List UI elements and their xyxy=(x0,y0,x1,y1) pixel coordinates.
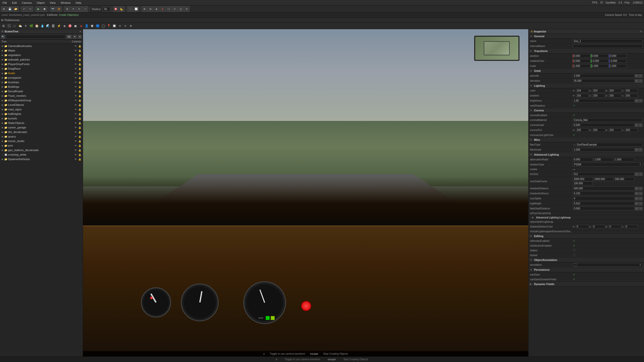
play-btn[interactable]: ▶ xyxy=(36,6,41,12)
render-enabled-check[interactable]: ✓ xyxy=(573,239,575,243)
lock-icon[interactable]: 🔒 xyxy=(78,95,82,97)
eye-icon[interactable]: 👁 xyxy=(74,113,78,115)
shadow-darker-g[interactable] xyxy=(593,225,605,229)
sec-btn-11[interactable]: ⚡ xyxy=(56,23,61,28)
tint-b[interactable] xyxy=(609,128,621,132)
tree-list[interactable]: ▶ 📁 CameraBookmarks 👁 🔒 ▶ 📁 Water 👁 🔒 ▶ … xyxy=(0,44,83,356)
tex-size-plus[interactable]: + xyxy=(635,172,638,176)
settings-btn[interactable]: ⚙ xyxy=(78,35,82,39)
color-g[interactable] xyxy=(593,89,605,93)
flare-scale-plus[interactable]: + xyxy=(635,148,638,152)
can-save-dynamic-check[interactable]: ✓ xyxy=(573,278,575,281)
eye-icon[interactable]: 👁 xyxy=(74,58,78,61)
sec-btn-12[interactable]: ◈ xyxy=(62,23,67,28)
shadow-dist-input[interactable] xyxy=(573,187,634,190)
tree-item-camera-bookmarks[interactable]: ▶ 📁 CameraBookmarks 👁 🔒 xyxy=(0,44,83,48)
lock-icon[interactable]: 🔒 xyxy=(78,104,82,106)
sec-btn-1[interactable]: ⊞ xyxy=(1,23,6,28)
corona-scale-plus[interactable]: + xyxy=(635,123,638,127)
ambient-a[interactable] xyxy=(625,94,638,98)
tb15[interactable]: ◫ xyxy=(178,6,183,12)
section-transform[interactable]: ▼ Transform xyxy=(529,49,644,54)
lock-icon[interactable]: 🔒 xyxy=(78,90,82,93)
selection-enabled-check[interactable]: ✓ xyxy=(573,244,575,247)
tree-item-tunnels[interactable]: ▶ 📁 tunnels 👁 🔒 xyxy=(0,116,83,121)
eye-icon[interactable]: 👁 xyxy=(74,149,78,152)
sec-btn-23[interactable]: ≡ xyxy=(123,23,128,28)
flare-scale-minus[interactable]: − xyxy=(639,148,642,152)
eye-icon[interactable]: 👁 xyxy=(74,95,78,97)
over-dark-v1[interactable] xyxy=(573,177,593,181)
atten-v1[interactable] xyxy=(573,158,593,161)
eye-icon[interactable]: 👁 xyxy=(74,63,78,66)
tb12[interactable]: 🔺 xyxy=(160,6,165,12)
inspector-close[interactable]: ✕ xyxy=(640,30,642,33)
sec-btn-10[interactable]: 🛤 xyxy=(51,23,56,28)
eye-icon[interactable]: 👁 xyxy=(74,122,78,124)
lock-icon[interactable]: 🔒 xyxy=(78,72,82,75)
sec-btn-13[interactable]: 🎯 xyxy=(67,23,72,28)
tree-item-audio[interactable]: ▶ 📁 Audio 👁 🔒 xyxy=(0,71,83,75)
name-input[interactable] xyxy=(573,39,642,43)
lock-icon[interactable]: 🔒 xyxy=(78,81,82,84)
shadow-dist-minus[interactable]: − xyxy=(639,187,642,190)
tb13[interactable]: ⬡ xyxy=(166,6,171,12)
color-r[interactable] xyxy=(576,89,589,93)
scale-z[interactable] xyxy=(609,64,627,68)
num-splits-plus[interactable]: + xyxy=(635,197,638,200)
lock-icon[interactable]: 🔒 xyxy=(78,99,82,102)
sec-btn-4[interactable]: ⛅ xyxy=(18,23,23,28)
select-btn[interactable]: ⊕ xyxy=(64,6,70,12)
lock-icon[interactable]: 🔒 xyxy=(78,158,82,161)
all-btn[interactable]: All xyxy=(66,35,72,39)
menu-camera[interactable]: Camera xyxy=(21,1,33,4)
shadow-darker-b[interactable] xyxy=(609,225,621,229)
snap-btn[interactable]: 🎯 xyxy=(113,6,118,12)
scene-tree-close[interactable]: ✕ xyxy=(79,30,81,33)
corona-scale-input[interactable] xyxy=(573,123,634,127)
lock-icon[interactable]: 🔒 xyxy=(78,45,82,48)
rotate-btn[interactable]: ↻ xyxy=(76,6,82,12)
shadow-soft-minus[interactable]: − xyxy=(639,192,642,195)
sec-btn-20[interactable]: 📍 xyxy=(106,23,111,28)
tree-item-port[interactable]: ▶ 📁 port 👁 🔒 xyxy=(0,143,83,148)
rotation-y[interactable] xyxy=(591,59,609,63)
tree-item-career-garage[interactable]: ▶ 📁 career_garage 👁 🔒 xyxy=(0,125,83,130)
sec-btn-17[interactable]: ⬟ xyxy=(90,23,95,28)
eye-icon[interactable]: 👁 xyxy=(74,81,78,84)
brightness-minus[interactable]: − xyxy=(639,99,642,103)
position-y[interactable] xyxy=(591,54,609,58)
lock-icon[interactable]: 🔒 xyxy=(78,76,82,79)
menu-view[interactable]: View xyxy=(49,1,57,4)
eye-icon[interactable]: 👁 xyxy=(74,126,78,129)
color-b[interactable] xyxy=(609,89,621,93)
sec-btn-19[interactable]: ◯ xyxy=(101,23,106,28)
tree-item-gas-stations[interactable]: ▶ 📁 gas_stations_decalroads 👁 🔒 xyxy=(0,148,83,152)
menu-window[interactable]: Window xyxy=(60,1,71,4)
tree-item-ai-waypoints[interactable]: ▶ 📁 AIWaypointsGroup 👁 🔒 xyxy=(0,98,83,103)
menu-file[interactable]: File xyxy=(2,1,8,4)
section-general[interactable]: ▼ General xyxy=(529,34,644,39)
eye-icon[interactable]: 👁 xyxy=(74,144,78,147)
sec-btn-14[interactable]: ◼ xyxy=(73,23,78,28)
eye-icon[interactable]: 👁 xyxy=(74,140,78,143)
filter-btn[interactable]: ▼ xyxy=(73,35,77,39)
brightness-plus[interactable]: + xyxy=(635,99,638,103)
flare-type-input[interactable] xyxy=(576,143,642,147)
section-corona[interactable]: ▼ Corona xyxy=(529,108,644,113)
sec-btn-18[interactable]: 🔵 xyxy=(95,23,100,28)
scale-x[interactable] xyxy=(573,64,590,68)
search-icon-btn[interactable]: 🔍 xyxy=(1,35,5,39)
tree-item-vegetation[interactable]: ▶ 📁 vegetation 👁 🔒 xyxy=(0,53,83,57)
sec-btn-9[interactable]: 🌊 xyxy=(45,23,50,28)
section-object-annotation[interactable]: ▼ ObjectAnnotation xyxy=(529,258,644,262)
tb14[interactable]: ⊙ xyxy=(172,6,177,12)
tex-size-minus[interactable]: − xyxy=(639,172,642,176)
over-dark-v4[interactable] xyxy=(573,182,593,185)
section-advanced-lighting[interactable]: ▼ Advanced Lighting xyxy=(529,152,644,157)
sec-btn-15[interactable]: 🔺 xyxy=(78,23,84,28)
flare-scale-input[interactable] xyxy=(573,148,634,152)
tree-item-drag-race[interactable]: ▶ 📁 DragRace 👁 🔒 xyxy=(0,66,83,71)
lock-icon[interactable]: 🔒 xyxy=(78,49,82,52)
lock-icon[interactable]: 🔒 xyxy=(78,58,82,61)
